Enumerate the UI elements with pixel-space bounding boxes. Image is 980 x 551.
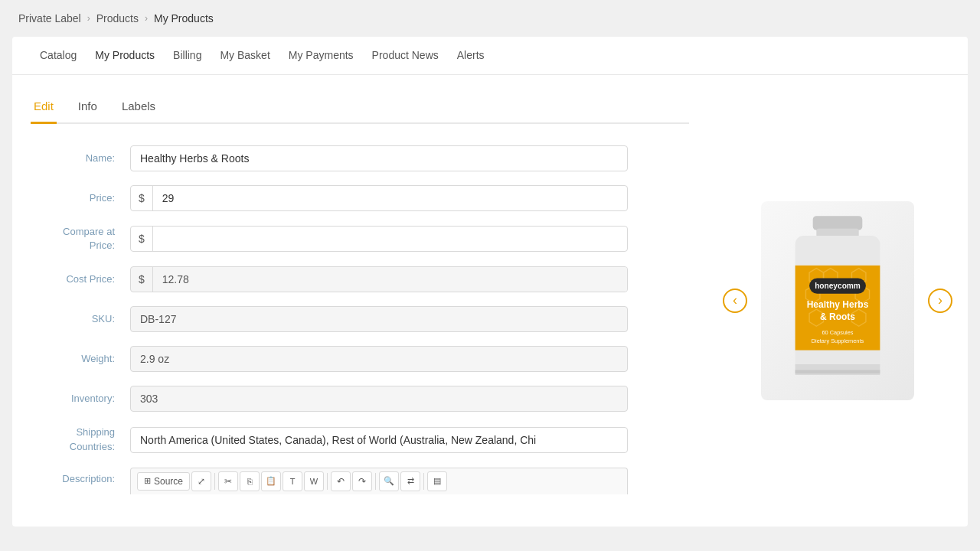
copy-icon: ⎘ <box>247 477 253 486</box>
carousel-left-arrow[interactable]: ‹ <box>723 289 747 313</box>
source-icon: ⊞ <box>144 476 151 486</box>
sku-input <box>130 306 628 332</box>
name-label: Name: <box>31 152 130 165</box>
svg-text:honeycomm: honeycomm <box>815 282 861 290</box>
fullscreen-icon: ⤢ <box>198 476 205 487</box>
cost-price-symbol: $ <box>131 267 153 292</box>
weight-control-wrap <box>130 346 628 372</box>
copy-button[interactable]: ⎘ <box>240 471 260 491</box>
form-row-description: Description: ⊞ Source ⤢ <box>31 468 689 494</box>
source-label: Source <box>154 476 183 487</box>
right-panel: ‹ <box>707 75 968 527</box>
paste-text-button[interactable]: T <box>283 471 302 491</box>
replace-button[interactable]: ⇄ <box>400 471 420 491</box>
svg-text:Dietary Supplements: Dietary Supplements <box>812 337 864 344</box>
nav-tab-my-products[interactable]: My Products <box>86 37 164 75</box>
form-row-weight: Weight: <box>31 346 689 372</box>
breadcrumb: Private Label › Products › My Products <box>0 0 980 37</box>
price-control-wrap: $ <box>130 185 628 211</box>
toolbar-sep-1 <box>214 473 215 490</box>
form-row-cost-price: Cost Price: $ <box>31 266 689 292</box>
chevron-right-icon: › <box>938 292 942 308</box>
price-symbol: $ <box>131 186 153 210</box>
form-row-name: Name: <box>31 145 689 171</box>
find-icon: 🔍 <box>384 476 394 486</box>
replace-icon: ⇄ <box>407 476 414 486</box>
cost-price-wrap: $ <box>130 266 628 292</box>
form-row-price: Price: $ <box>31 185 689 211</box>
cost-price-label: Cost Price: <box>31 272 130 286</box>
price-input[interactable] <box>153 186 627 210</box>
toolbar-sep-2 <box>327 473 328 490</box>
compare-price-symbol: $ <box>131 227 153 251</box>
price-wrap: $ <box>130 185 628 211</box>
paste-icon: 📋 <box>266 476 276 486</box>
breadcrumb-private-label[interactable]: Private Label <box>18 12 81 24</box>
sub-tabs: Edit Info Labels <box>31 93 689 124</box>
sub-tab-edit[interactable]: Edit <box>31 93 57 124</box>
paste-button[interactable]: 📋 <box>261 471 281 491</box>
left-panel: Edit Info Labels Name: Price: $ <box>12 75 707 527</box>
toolbar-sep-3 <box>375 473 376 490</box>
cost-price-input <box>153 267 627 292</box>
fullscreen-button[interactable]: ⤢ <box>191 471 211 491</box>
source-button[interactable]: ⊞ Source <box>137 472 190 491</box>
form-row-shipping: Shipping Countries: <box>31 425 689 453</box>
product-image-container: ‹ <box>723 201 952 400</box>
nav-tab-product-news[interactable]: Product News <box>363 37 448 75</box>
shipping-control-wrap <box>130 427 628 453</box>
inventory-label: Inventory: <box>31 392 130 406</box>
toolbar-sep-4 <box>423 473 424 490</box>
description-toolbar: ⊞ Source ⤢ ✂ ⎘ <box>130 468 628 494</box>
breadcrumb-products[interactable]: Products <box>96 12 139 24</box>
compare-price-input[interactable] <box>153 227 627 251</box>
redo-button[interactable]: ↷ <box>352 471 372 491</box>
compare-price-control-wrap: $ <box>130 226 628 252</box>
description-label: Description: <box>31 468 130 486</box>
page-wrapper: Private Label › Products › My Products C… <box>0 0 980 551</box>
svg-text:& Roots: & Roots <box>820 311 855 322</box>
carousel-right-arrow[interactable]: › <box>928 289 952 313</box>
redo-icon: ↷ <box>358 476 366 487</box>
svg-text:60 Capsules: 60 Capsules <box>822 329 854 336</box>
svg-rect-18 <box>795 370 880 373</box>
compare-price-label: Compare at Price: <box>31 225 130 253</box>
select-all-button[interactable]: ▤ <box>427 471 447 491</box>
breadcrumb-current: My Products <box>154 12 214 24</box>
paste-word-button[interactable]: W <box>304 471 324 491</box>
weight-label: Weight: <box>31 352 130 366</box>
select-all-icon: ▤ <box>433 476 441 486</box>
inventory-control-wrap <box>130 386 628 412</box>
svg-rect-0 <box>813 216 863 230</box>
product-image: honeycomm Healthy Herbs & Roots 60 Capsu… <box>761 201 914 400</box>
name-input[interactable] <box>130 145 628 171</box>
paste-word-icon: W <box>310 477 318 486</box>
nav-tab-my-basket[interactable]: My Basket <box>211 37 279 75</box>
sku-control-wrap <box>130 306 628 332</box>
nav-tab-alerts[interactable]: Alerts <box>448 37 494 75</box>
nav-tab-my-payments[interactable]: My Payments <box>279 37 363 75</box>
description-control-wrap: ⊞ Source ⤢ ✂ ⎘ <box>130 468 628 494</box>
find-button[interactable]: 🔍 <box>379 471 399 491</box>
chevron-left-icon: ‹ <box>733 292 737 308</box>
undo-icon: ↶ <box>337 476 345 487</box>
nav-tabs: Catalog My Products Billing My Basket My… <box>12 37 968 75</box>
price-label: Price: <box>31 191 130 205</box>
form-row-compare-price: Compare at Price: $ <box>31 225 689 253</box>
nav-tab-catalog[interactable]: Catalog <box>31 37 86 75</box>
nav-tab-billing[interactable]: Billing <box>164 37 211 75</box>
sub-tab-labels[interactable]: Labels <box>119 93 158 124</box>
name-control-wrap <box>130 145 628 171</box>
inventory-input <box>130 386 628 412</box>
main-card: Catalog My Products Billing My Basket My… <box>12 37 968 527</box>
sub-tab-info[interactable]: Info <box>75 93 100 124</box>
weight-input <box>130 346 628 372</box>
cost-price-control-wrap: $ <box>130 266 628 292</box>
cut-button[interactable]: ✂ <box>218 471 238 491</box>
content-area: Edit Info Labels Name: Price: $ <box>12 75 968 527</box>
form-row-inventory: Inventory: <box>31 386 689 412</box>
product-bottle-svg: honeycomm Healthy Herbs & Roots 60 Capsu… <box>769 209 906 393</box>
sku-label: SKU: <box>31 312 130 326</box>
svg-text:Healthy Herbs: Healthy Herbs <box>807 299 869 310</box>
undo-button[interactable]: ↶ <box>331 471 351 491</box>
